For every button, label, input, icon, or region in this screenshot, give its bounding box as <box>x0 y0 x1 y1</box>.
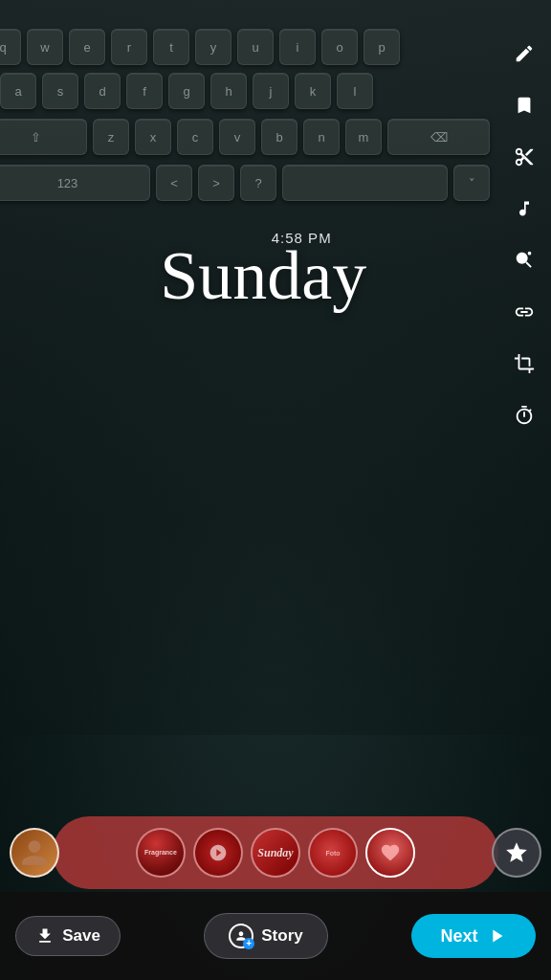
key-u: u <box>237 29 274 65</box>
key-space <box>282 165 448 201</box>
key-o: o <box>321 29 358 65</box>
key-s: s <box>42 73 78 109</box>
key-a: a <box>0 73 36 109</box>
next-label: Next <box>440 926 477 947</box>
save-icon <box>35 926 55 946</box>
key-num: 123 <box>0 165 150 201</box>
key-lt: < <box>156 165 192 201</box>
user-avatar[interactable] <box>10 828 59 878</box>
story-button[interactable]: Story <box>204 913 328 959</box>
svg-point-0 <box>528 252 532 256</box>
key-g: g <box>168 73 205 109</box>
scissors-icon[interactable] <box>509 142 540 172</box>
key-q: q <box>0 29 21 65</box>
filter-strip: Fragrance Sunday Foto <box>0 816 551 889</box>
key-i: i <box>279 29 316 65</box>
key-j: j <box>253 73 289 109</box>
sparkle-effects-button[interactable] <box>492 828 541 878</box>
filter-item-2[interactable] <box>193 828 243 878</box>
filter-item-3[interactable]: Sunday <box>251 828 300 878</box>
key-z: z <box>93 119 129 155</box>
music-icon[interactable] <box>509 193 540 224</box>
key-qmark: ? <box>240 165 276 201</box>
right-toolbar <box>509 38 540 431</box>
draw-icon[interactable] <box>509 38 540 69</box>
filter-item-1[interactable]: Fragrance <box>136 828 186 878</box>
key-gt: > <box>198 165 234 201</box>
search-sparkle-icon[interactable] <box>509 245 540 276</box>
key-x: x <box>135 119 171 155</box>
bookmark-icon[interactable] <box>509 90 540 121</box>
key-h: h <box>210 73 247 109</box>
timer-icon[interactable] <box>509 400 540 431</box>
key-l: l <box>337 73 373 109</box>
key-k: k <box>295 73 331 109</box>
key-w: w <box>27 29 63 65</box>
key-e: e <box>69 29 105 65</box>
key-v: v <box>219 119 255 155</box>
filter-item-4[interactable]: Foto <box>308 828 358 878</box>
key-shift: ⇧ <box>0 119 87 155</box>
filter-items-list: Fragrance Sunday Foto <box>59 828 492 878</box>
key-r: r <box>111 29 147 65</box>
key-t: t <box>153 29 189 65</box>
key-backspace: ⌫ <box>387 119 490 155</box>
save-button[interactable]: Save <box>15 916 121 956</box>
story-label: Story <box>261 926 302 946</box>
key-b: b <box>261 119 298 155</box>
key-f: f <box>126 73 163 109</box>
key-m: m <box>345 119 382 155</box>
link-icon[interactable] <box>509 297 540 327</box>
bottom-action-bar: Save Story Next <box>0 892 551 980</box>
crop-icon[interactable] <box>509 348 540 379</box>
key-c: c <box>177 119 213 155</box>
day-display: Sunday <box>160 241 366 310</box>
time-day-overlay: 4:58 PM Sunday <box>236 230 366 310</box>
story-circle-icon <box>229 924 253 948</box>
key-chev-down: ˅ <box>453 165 490 201</box>
key-d: d <box>84 73 121 109</box>
next-button[interactable]: Next <box>411 914 536 958</box>
filter-item-5[interactable] <box>365 828 415 878</box>
key-p: p <box>364 29 400 65</box>
key-y: y <box>195 29 231 65</box>
save-label: Save <box>62 926 100 946</box>
keyboard-background: q w e r t y u i o p a s d f g h j k l ⇧ … <box>0 0 551 735</box>
key-n: n <box>303 119 340 155</box>
next-arrow-icon <box>486 925 507 947</box>
